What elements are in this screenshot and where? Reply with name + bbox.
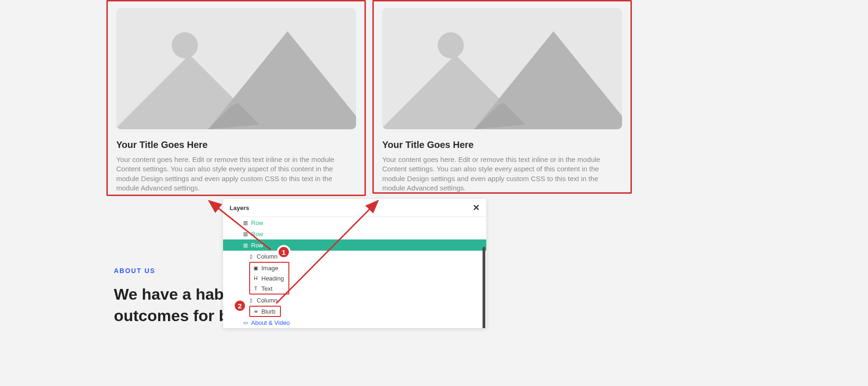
blurb-icon: ≑ [252,309,259,315]
section-icon: ▭ [242,320,249,326]
placeholder-icon [382,8,622,129]
layer-label: Row [251,242,263,249]
layer-module-blurb[interactable]: ≑ Blurb [250,307,275,316]
layer-column[interactable]: ▯ Column [223,295,486,306]
layer-label: Column [257,297,278,304]
svg-point-4 [438,32,464,58]
column-icon: ▯ [247,297,255,303]
layer-label: About & Video [251,319,290,326]
layer-module-heading[interactable]: H Heading [250,273,284,283]
placeholder-icon [116,8,356,129]
image-placeholder[interactable] [382,8,622,129]
row-icon: ▥ [242,242,249,248]
layer-section[interactable]: ▭ About & Video [223,317,486,328]
layers-panel-title: Layers [230,204,249,211]
svg-point-0 [172,32,198,58]
image-placeholder[interactable] [116,8,356,129]
card-body[interactable]: Your content goes here. Edit or remove t… [382,155,622,193]
layer-label: Image [261,265,278,272]
layer-label: Row [251,219,263,226]
image-icon: ▣ [252,265,259,271]
layer-row[interactable]: ▥ Row [223,217,486,228]
layer-module-image[interactable]: ▣ Image [250,263,284,273]
layer-row[interactable]: ▥ Row [223,228,486,239]
layer-column[interactable]: ▯ Column [223,251,486,262]
about-heading[interactable]: We have a habit outcomes for bu [114,284,238,327]
column-icon: ▯ [247,253,255,260]
layer-row-selected[interactable]: ▥ Row [223,239,486,251]
module-card[interactable]: Your Title Goes Here Your content goes h… [372,0,632,194]
about-label: ABOUT US [114,267,238,274]
annotation-badge-2: 2 [233,299,247,313]
layer-module-text[interactable]: T Text [250,283,284,294]
card-title[interactable]: Your Title Goes Here [382,140,622,150]
layers-panel-header: Layers ✕ [223,199,486,217]
annotation-box: ▣ Image H Heading T Text [249,262,289,295]
about-section: ABOUT US We have a habit outcomes for bu [114,267,238,327]
layers-panel[interactable]: Layers ✕ ▥ Row ▥ Row ▥ Row ▯ Column ▣ [223,199,486,328]
layer-label: Heading [261,275,284,282]
about-heading-line: outcomes for bu [114,307,238,324]
about-heading-line: We have a habit [114,285,233,303]
text-icon: T [252,286,259,291]
module-card[interactable]: Your Title Goes Here Your content goes h… [106,0,366,196]
card-title[interactable]: Your Title Goes Here [116,140,356,150]
layer-label: Column [257,253,278,260]
annotation-badge-1: 1 [277,245,291,259]
row-icon: ▥ [242,220,249,226]
scrollbar-thumb[interactable] [483,247,485,328]
layer-label: Row [251,231,263,238]
layer-label: Blurb [261,308,275,315]
close-icon[interactable]: ✕ [473,204,480,212]
layer-label: Text [261,285,273,292]
annotation-box: ≑ Blurb [249,306,281,317]
card-body[interactable]: Your content goes here. Edit or remove t… [116,155,356,193]
heading-icon: H [252,275,259,281]
row-icon: ▥ [242,231,249,237]
